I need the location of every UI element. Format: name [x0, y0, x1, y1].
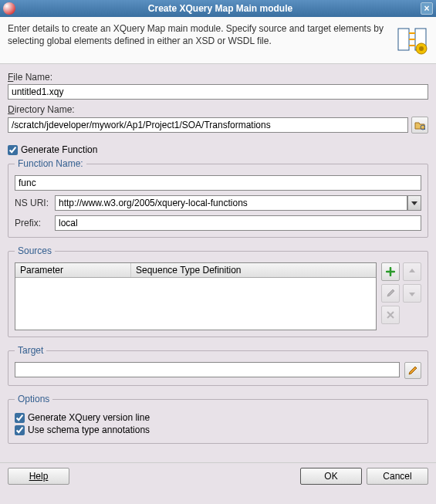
sources-col-seqtype: Sequence Type Definition	[131, 263, 376, 277]
add-source-button[interactable]	[381, 262, 400, 281]
ns-uri-combo	[55, 195, 421, 211]
sources-fieldset: Sources Parameter Sequence Type Definiti…	[8, 245, 428, 337]
sources-table-header: Parameter Sequence Type Definition	[15, 263, 376, 278]
app-icon	[3, 2, 15, 15]
filename-label: File Name:	[8, 72, 428, 83]
ns-uri-dropdown-button[interactable]	[407, 195, 421, 211]
close-button[interactable]: ×	[421, 2, 433, 15]
remove-source-button[interactable]	[381, 306, 400, 324]
dirname-input[interactable]	[8, 117, 408, 133]
generate-function-label: Generate Function	[21, 144, 97, 155]
edit-target-button[interactable]	[404, 362, 421, 379]
window-title: Create XQuery Map Main module	[20, 3, 421, 14]
header-description: Enter details to create an XQuery Map ma…	[8, 23, 396, 56]
sources-table[interactable]: Parameter Sequence Type Definition	[15, 262, 377, 330]
browse-directory-button[interactable]	[411, 117, 428, 134]
generate-version-checkbox[interactable]	[15, 413, 25, 423]
filename-field: File Name:	[8, 72, 428, 100]
dirname-field: Directory Name:	[8, 104, 428, 134]
generate-function-row: Generate Function	[8, 144, 428, 155]
target-legend: Target	[15, 345, 46, 356]
function-fieldset: Function Name: NS URI: Prefix:	[8, 158, 428, 238]
sources-col-parameter: Parameter	[15, 263, 131, 277]
move-down-button[interactable]	[403, 284, 421, 303]
target-fieldset: Target	[8, 345, 428, 386]
generate-version-label: Generate XQuery version line	[28, 412, 150, 423]
options-legend: Options	[15, 394, 52, 404]
svg-rect-0	[398, 29, 409, 50]
generate-function-checkbox[interactable]	[8, 145, 18, 155]
move-up-button[interactable]	[403, 262, 421, 281]
header: Enter details to create an XQuery Map ma…	[0, 17, 436, 64]
ns-uri-input[interactable]	[55, 195, 407, 211]
prefix-input[interactable]	[55, 215, 421, 231]
filename-input[interactable]	[8, 84, 428, 100]
ns-uri-label: NS URI:	[15, 198, 49, 208]
titlebar: Create XQuery Map Main module ×	[0, 0, 436, 17]
schema-annotations-label: Use schema type annotations	[28, 425, 150, 435]
target-input[interactable]	[15, 362, 400, 377]
ok-button[interactable]: OK	[300, 468, 362, 485]
function-name-input[interactable]	[15, 175, 421, 191]
svg-point-3	[419, 46, 424, 51]
schema-annotations-checkbox[interactable]	[15, 425, 25, 435]
dialog-footer: Help OK Cancel	[0, 462, 436, 489]
edit-source-button[interactable]	[381, 284, 400, 303]
function-legend: Function Name:	[15, 158, 86, 169]
options-fieldset: Options Generate XQuery version line Use…	[8, 394, 428, 444]
sources-legend: Sources	[15, 245, 55, 256]
xquery-map-icon	[396, 23, 428, 56]
prefix-label: Prefix:	[15, 218, 49, 228]
dirname-label: Directory Name:	[8, 104, 428, 115]
help-button[interactable]: Help	[8, 468, 69, 485]
cancel-button[interactable]: Cancel	[367, 468, 428, 485]
